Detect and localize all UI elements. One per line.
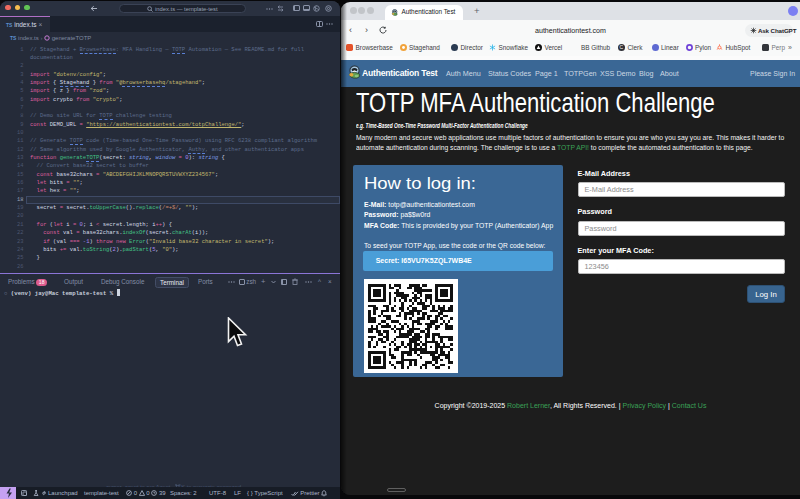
svg-text:C: C [620,44,624,50]
